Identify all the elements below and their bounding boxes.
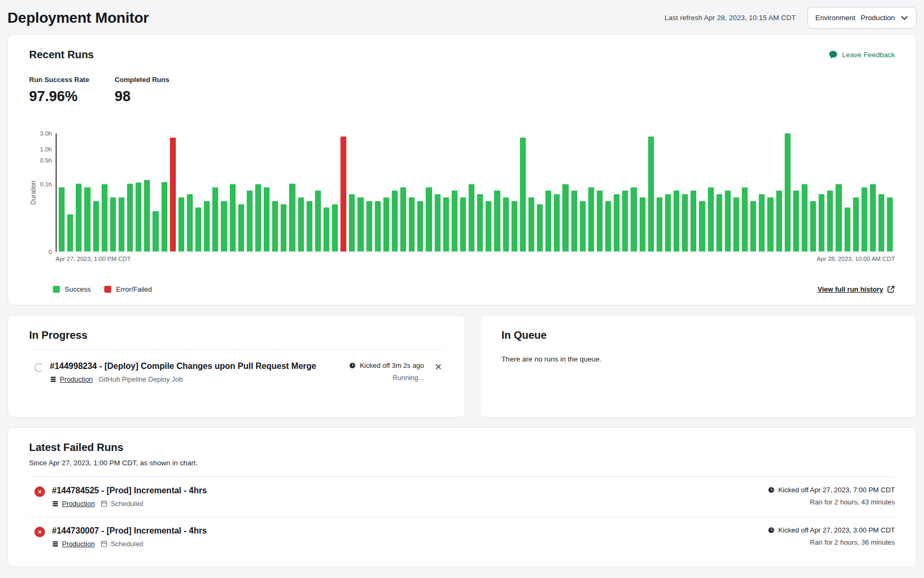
chart-bar[interactable]: [622, 191, 628, 251]
chart-bar[interactable]: [366, 201, 372, 251]
chart-bar[interactable]: [324, 207, 329, 251]
chart-bar[interactable]: [785, 133, 791, 251]
chart-bar[interactable]: [725, 191, 731, 251]
chart-bar[interactable]: [84, 187, 90, 251]
chart-bar[interactable]: [383, 197, 389, 251]
chart-bar[interactable]: [862, 187, 867, 251]
chart-bar[interactable]: [631, 187, 636, 251]
chart-bar[interactable]: [212, 187, 218, 251]
chart-bar[interactable]: [580, 201, 586, 251]
chart-bar[interactable]: [230, 184, 236, 251]
chart-bar[interactable]: [520, 138, 526, 251]
chart-bar[interactable]: [759, 194, 765, 251]
chart-bar[interactable]: [477, 194, 483, 251]
chart-bar[interactable]: [887, 197, 893, 251]
chart-bar[interactable]: [469, 184, 474, 251]
chart-bar[interactable]: [195, 207, 201, 251]
chart-bar[interactable]: [708, 187, 714, 251]
chart-bar[interactable]: [776, 191, 782, 251]
chart-bar[interactable]: [247, 191, 253, 251]
chart-bar[interactable]: [699, 201, 705, 251]
chart-bar[interactable]: [178, 197, 184, 251]
chart-bar[interactable]: [767, 197, 773, 251]
chart-bar[interactable]: [819, 194, 824, 251]
chart-bar[interactable]: [742, 187, 748, 251]
view-full-run-history-link[interactable]: View full run history: [818, 285, 895, 293]
chart-bar[interactable]: [264, 187, 270, 251]
environment-selector[interactable]: Environment Production: [808, 7, 917, 29]
chart-bar[interactable]: [255, 184, 261, 251]
chart-bar[interactable]: [152, 211, 158, 251]
chart-bar[interactable]: [409, 197, 415, 251]
chart-bar[interactable]: [289, 184, 295, 251]
chart-bar[interactable]: [162, 182, 167, 251]
chart-bar[interactable]: [340, 137, 346, 251]
chart-bar[interactable]: [170, 138, 176, 251]
chart-bar[interactable]: [127, 184, 133, 251]
chart-bar[interactable]: [810, 201, 816, 251]
chart-bar[interactable]: [435, 194, 441, 251]
chart-bar[interactable]: [417, 201, 423, 251]
chart-bar[interactable]: [827, 191, 833, 251]
environment-tag-link[interactable]: Production: [52, 500, 95, 508]
chart-bar[interactable]: [494, 191, 500, 251]
chart-bar[interactable]: [605, 201, 611, 251]
chart-bar[interactable]: [853, 197, 859, 251]
chart-bar[interactable]: [102, 184, 107, 251]
chart-bar[interactable]: [845, 207, 850, 251]
leave-feedback-link[interactable]: Leave Feedback: [829, 50, 895, 59]
chart-bar[interactable]: [836, 184, 841, 251]
chart-bar[interactable]: [648, 137, 654, 251]
chart-bar[interactable]: [349, 194, 355, 251]
chart-bar[interactable]: [144, 180, 150, 251]
chart-bar[interactable]: [307, 201, 312, 251]
chart-bar[interactable]: [67, 214, 73, 251]
chart-bar[interactable]: [443, 197, 449, 251]
chart-bar[interactable]: [554, 194, 560, 251]
chart-bar[interactable]: [486, 201, 491, 251]
chart-bar[interactable]: [674, 191, 679, 251]
chart-bar[interactable]: [315, 191, 321, 251]
chart-bar[interactable]: [375, 201, 381, 251]
chart-bar[interactable]: [640, 197, 645, 251]
chart-bar[interactable]: [571, 191, 577, 251]
chart-bar[interactable]: [272, 201, 278, 251]
chart-bar[interactable]: [545, 191, 551, 251]
chart-bar[interactable]: [690, 191, 696, 251]
chart-bar[interactable]: [59, 187, 65, 251]
chart-bar[interactable]: [281, 204, 286, 251]
chart-bar[interactable]: [187, 194, 193, 251]
chart-bar[interactable]: [221, 201, 227, 251]
environment-tag-link[interactable]: Production: [52, 540, 95, 548]
chart-bar[interactable]: [238, 204, 244, 251]
cancel-run-button[interactable]: ✕: [434, 362, 443, 373]
chart-bar[interactable]: [332, 204, 338, 251]
chart-bar[interactable]: [110, 197, 116, 251]
chart-bar[interactable]: [878, 194, 884, 251]
chart-bar[interactable]: [119, 197, 124, 251]
chart-bar[interactable]: [298, 197, 304, 251]
chart-bar[interactable]: [400, 187, 406, 251]
chart-bar[interactable]: [537, 204, 543, 251]
chart-bar[interactable]: [682, 194, 688, 251]
chart-bar[interactable]: [614, 194, 620, 251]
chart-bar[interactable]: [870, 184, 876, 251]
chart-bar[interactable]: [588, 187, 594, 251]
chart-bar[interactable]: [657, 197, 662, 251]
chart-bar[interactable]: [750, 201, 756, 251]
chart-bar[interactable]: [426, 187, 432, 251]
chart-bar[interactable]: [793, 191, 799, 251]
chart-bar[interactable]: [802, 184, 808, 251]
chart-bar[interactable]: [357, 197, 363, 251]
chart-bar[interactable]: [204, 201, 210, 251]
environment-tag-link[interactable]: Production: [50, 375, 93, 383]
chart-bar[interactable]: [512, 201, 517, 251]
chart-bar[interactable]: [460, 197, 466, 251]
chart-bar[interactable]: [597, 191, 603, 251]
chart-bar[interactable]: [503, 197, 509, 251]
chart-bar[interactable]: [665, 194, 671, 251]
chart-bar[interactable]: [136, 183, 141, 251]
chart-bar[interactable]: [733, 197, 739, 251]
chart-bar[interactable]: [93, 201, 99, 251]
chart-bar[interactable]: [392, 191, 398, 251]
